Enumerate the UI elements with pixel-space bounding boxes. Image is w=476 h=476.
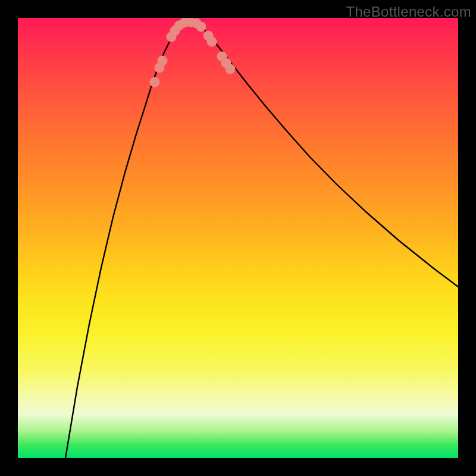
chart-frame: TheBottleneck.com [0,0,476,476]
marker-dot [207,37,217,47]
marker-dot [226,64,236,74]
marker-dot [158,56,168,66]
left-curve [65,25,180,458]
curve-layer [18,18,458,458]
plot-area [18,18,458,458]
marker-dot [150,77,160,87]
marker-dot [196,22,206,32]
salmon-marker-group [150,18,236,87]
right-curve [199,25,458,287]
